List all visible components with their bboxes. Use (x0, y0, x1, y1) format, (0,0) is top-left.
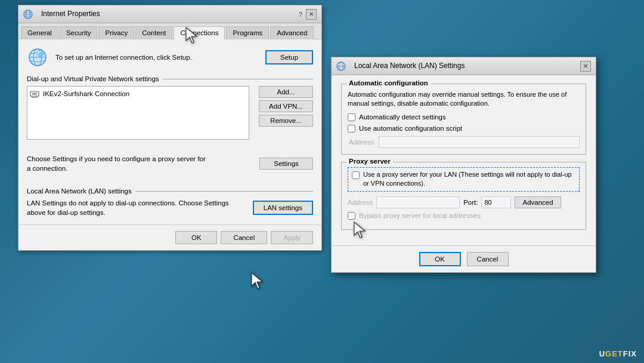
auto-config-desc: Automatic configuration may override man… (348, 90, 580, 109)
tab-general[interactable]: General (21, 26, 58, 39)
proxy-server-text: Use a proxy server for your LAN (These s… (363, 170, 575, 189)
tab-security[interactable]: Security (60, 26, 98, 39)
bypass-checkbox[interactable] (348, 212, 355, 220)
lan-settings-dialog: Local Area Network (LAN) Settings ✕ Auto… (331, 57, 596, 273)
auto-detect-row: Automatically detect settings (348, 113, 580, 121)
proxy-desc: Choose Settings if you need to configure… (27, 154, 206, 173)
auto-config-group: Automatic configuration Automatic config… (341, 84, 586, 155)
auto-script-label: Use automatic configuration script (359, 125, 462, 132)
watermark-u: U (599, 349, 605, 358)
tab-advanced[interactable]: Advanced (270, 26, 314, 39)
vpn-buttons: Add... Add VPN... Remove... (259, 86, 313, 144)
lan-ok-button[interactable]: OK (419, 252, 461, 266)
svg-text:🌐: 🌐 (38, 52, 43, 57)
lan-section-label: Local Area Network (LAN) settings (27, 187, 313, 195)
proxy-address-label: Address (348, 199, 373, 206)
proxy-server-title: Proxy server (346, 158, 393, 165)
lan-settings-row: LAN Settings do not apply to dial-up con… (27, 198, 313, 217)
address-input[interactable] (379, 136, 580, 148)
internet-properties-dialog: Internet Properties ? ✕ General Security… (18, 5, 322, 251)
close-button[interactable]: ✕ (306, 9, 317, 20)
watermark-fix: FIX (623, 349, 637, 358)
tab-content[interactable]: Content (135, 26, 172, 39)
ok-button[interactable]: OK (175, 231, 217, 244)
cursor-lan (250, 272, 265, 293)
lan-titlebar: Local Area Network (LAN) Settings ✕ (332, 57, 596, 75)
address-label: Address (349, 139, 374, 146)
svg-marker-19 (252, 273, 262, 288)
address-row: Address (348, 136, 580, 148)
network-icon (30, 89, 39, 99)
lan-cancel-button[interactable]: Cancel (467, 252, 509, 266)
lan-dialog-icon (336, 61, 346, 71)
dialog-icon (23, 10, 33, 19)
watermark: UGETFIX (599, 349, 637, 358)
bypass-label: Bypass proxy server for local addresses (359, 212, 481, 219)
internet-properties-content: 🌐 To set up an Internet connection, clic… (18, 39, 321, 224)
apply-button[interactable]: Apply (271, 231, 313, 244)
auto-config-title: Automatic configuration (346, 79, 431, 87)
advanced-button[interactable]: Advanced (515, 196, 561, 208)
vpn-item-name: IKEv2-Surfshark Connection (43, 90, 129, 97)
setup-button[interactable]: Setup (265, 50, 313, 64)
add-vpn-button[interactable]: Add VPN... (259, 100, 313, 112)
auto-detect-checkbox[interactable] (348, 113, 355, 121)
lan-section: Local Area Network (LAN) settings LAN Se… (27, 187, 313, 217)
lan-text: LAN Settings do not apply to dial-up con… (27, 198, 246, 217)
tab-programs[interactable]: Programs (226, 26, 269, 39)
auto-script-checkbox[interactable] (348, 125, 355, 133)
lan-dialog-footer: OK Cancel (332, 245, 596, 272)
internet-properties-footer: OK Cancel Apply (18, 224, 321, 250)
add-button[interactable]: Add... (259, 86, 313, 98)
lan-dialog-content: Automatic configuration Automatic config… (332, 75, 596, 245)
lan-settings-button[interactable]: LAN settings (253, 201, 313, 215)
port-input[interactable] (481, 196, 511, 208)
tab-connections[interactable]: Connections (174, 26, 225, 39)
proxy-fields-row: Address Port: Advanced (348, 196, 580, 208)
tab-privacy[interactable]: Privacy (98, 26, 134, 39)
auto-script-row: Use automatic configuration script (348, 125, 580, 133)
titlebar: Internet Properties ? ✕ (18, 5, 321, 23)
setup-text: To set up an Internet connection, click … (55, 53, 258, 62)
dialup-section-label: Dial-up and Virtual Private Network sett… (27, 75, 313, 82)
cancel-button[interactable]: Cancel (221, 231, 267, 244)
tabs-bar: General Security Privacy Content Connect… (18, 23, 321, 39)
help-button[interactable]: ? (299, 11, 302, 18)
vpn-list[interactable]: IKEv2-Surfshark Connection (27, 86, 249, 140)
proxy-address-input[interactable] (376, 196, 460, 208)
remove-button[interactable]: Remove... (259, 115, 313, 127)
proxy-server-checkbox[interactable] (352, 171, 360, 179)
svg-rect-11 (32, 93, 37, 95)
proxy-server-group: Proxy server Use a proxy server for your… (341, 162, 586, 230)
bypass-row: Bypass proxy server for local addresses (348, 212, 580, 220)
internet-properties-title: Internet Properties (36, 5, 105, 23)
lan-close-button[interactable]: ✕ (580, 61, 591, 72)
setup-section: 🌐 To set up an Internet connection, clic… (27, 47, 313, 68)
watermark-get: GET (605, 349, 623, 358)
port-label: Port: (463, 199, 478, 206)
globe-icon: 🌐 (27, 47, 48, 68)
lan-dialog-title: Local Area Network (LAN) Settings (349, 57, 469, 75)
vpn-item[interactable]: IKEv2-Surfshark Connection (30, 89, 129, 99)
settings-button[interactable]: Settings (259, 158, 313, 170)
auto-detect-label: Automatically detect settings (359, 113, 446, 121)
